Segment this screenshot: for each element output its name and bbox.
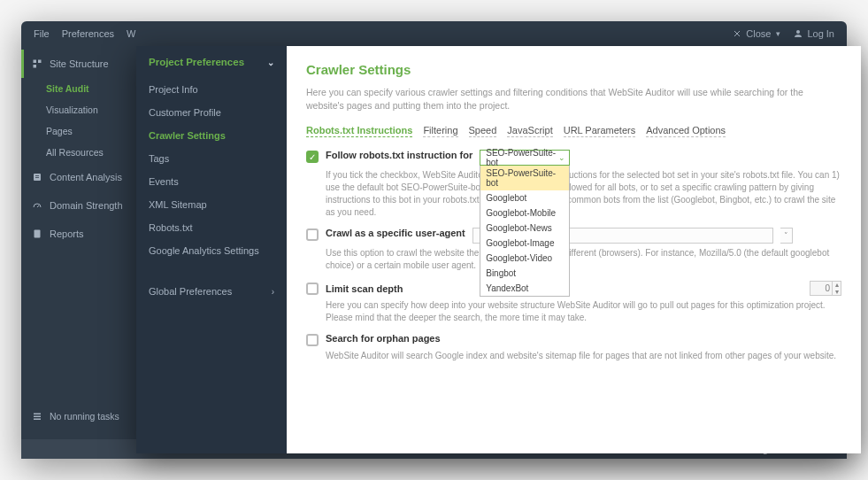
- svg-rect-4: [34, 174, 41, 181]
- menu-file[interactable]: File: [34, 28, 50, 39]
- svg-rect-3: [34, 65, 37, 68]
- tab-advanced-options[interactable]: Advanced Options: [646, 125, 726, 137]
- sidebar-content-analysis[interactable]: Content Analysis: [21, 163, 136, 191]
- useragent-dropdown-trigger[interactable]: ˅: [780, 228, 793, 244]
- sidebar-site-audit[interactable]: Site Audit: [21, 78, 136, 99]
- chevron-down-icon: ⌄: [558, 153, 565, 162]
- svg-rect-6: [34, 414, 41, 415]
- chevron-right-icon: ›: [272, 287, 274, 297]
- sidebar-domain-strength[interactable]: Domain Strength: [21, 191, 136, 220]
- follow-robots-desc: If you tick the checkbox, WebSite Audito…: [326, 169, 841, 219]
- modal-sidebar: Project Preferences ⌄ Project Info Custo…: [136, 46, 287, 453]
- preferences-modal: Project Preferences ⌄ Project Info Custo…: [136, 46, 861, 453]
- sidebar-content-analysis-label: Content Analysis: [50, 172, 122, 182]
- limit-depth-row: Limit scan depth ▴▾: [306, 281, 841, 296]
- sidebar-reports[interactable]: Reports: [21, 220, 136, 248]
- close-label: Close: [746, 28, 771, 39]
- orphan-row: Search for orphan pages: [306, 333, 841, 346]
- structure-icon: [32, 58, 42, 69]
- modal-item-tags[interactable]: Tags: [136, 147, 287, 170]
- modal-content: Crawler Settings Here you can specify va…: [287, 46, 861, 453]
- main-area: Site Structure Site Audit Visualization …: [21, 46, 847, 439]
- modal-item-events[interactable]: Events: [136, 170, 287, 193]
- reports-icon: [32, 228, 42, 239]
- sidebar-domain-strength-label: Domain Strength: [50, 200, 123, 211]
- tab-speed[interactable]: Speed: [469, 125, 497, 137]
- close-icon: [732, 28, 742, 39]
- gauge-icon: [32, 200, 42, 211]
- crawl-useragent-checkbox[interactable]: [306, 228, 319, 241]
- bot-option-googlebot[interactable]: Googlebot: [480, 190, 569, 205]
- svg-rect-1: [34, 60, 37, 64]
- sidebar-site-structure-label: Site Structure: [50, 58, 109, 69]
- orphan-label: Search for orphan pages: [326, 333, 441, 344]
- sidebar-visualization[interactable]: Visualization: [21, 99, 136, 120]
- tab-url-parameters[interactable]: URL Parameters: [564, 125, 636, 137]
- tab-robots-instructions[interactable]: Robots.txt Instructions: [306, 125, 412, 137]
- svg-rect-5: [35, 230, 41, 238]
- modal-title: Crawler Settings: [306, 62, 841, 77]
- modal-item-google-analytics[interactable]: Google Analytics Settings: [136, 239, 287, 262]
- tasks-icon: [32, 411, 42, 422]
- global-preferences[interactable]: Global Preferences ›: [136, 278, 287, 305]
- content-icon: [32, 172, 42, 182]
- bot-option-googlebot-image[interactable]: Googlebot-Image: [480, 236, 569, 251]
- limit-depth-checkbox[interactable]: [306, 283, 319, 295]
- svg-rect-7: [34, 416, 41, 418]
- sidebar-reports-label: Reports: [50, 228, 84, 239]
- tab-javascript[interactable]: JavaScript: [507, 125, 552, 137]
- bot-select-value: SEO-PowerSuite-bot: [486, 148, 558, 167]
- user-icon: [793, 28, 803, 39]
- follow-robots-checkbox[interactable]: [306, 151, 319, 163]
- modal-item-crawler-settings[interactable]: Crawler Settings: [136, 124, 287, 147]
- global-preferences-label: Global Preferences: [149, 286, 232, 297]
- limit-depth-label: Limit scan depth: [326, 283, 403, 294]
- svg-point-0: [796, 30, 800, 34]
- login-label: Log In: [807, 28, 834, 39]
- modal-item-customer-profile[interactable]: Customer Profile: [136, 101, 287, 124]
- modal-item-project-info[interactable]: Project Info: [136, 78, 287, 101]
- bot-select-wrap: SEO-PowerSuite-bot ⌄ SEO-PowerSuite-bot …: [480, 150, 570, 166]
- modal-item-xml-sitemap[interactable]: XML Sitemap: [136, 193, 287, 216]
- crawl-useragent-label: Crawl as a specific user-agent: [326, 228, 465, 238]
- follow-robots-row: Follow robots.txt instruction for SEO-Po…: [306, 150, 841, 166]
- limit-depth-input-wrap: ▴▾: [810, 281, 841, 296]
- settings-tabs: Robots.txt Instructions Filtering Speed …: [306, 125, 841, 137]
- bot-option-googlebot-news[interactable]: Googlebot-News: [480, 221, 569, 236]
- orphan-desc: WebSite Auditor will search Google index…: [326, 350, 841, 362]
- sidebar-all-resources[interactable]: All Resources: [21, 142, 136, 163]
- menu-preferences[interactable]: Preferences: [62, 28, 114, 39]
- modal-intro: Here you can specify various crawler set…: [306, 86, 841, 112]
- left-sidebar: Site Structure Site Audit Visualization …: [21, 46, 136, 439]
- bot-dropdown: SEO-PowerSuite-bot Googlebot Googlebot-M…: [480, 166, 570, 297]
- svg-rect-8: [34, 419, 41, 421]
- follow-robots-label: Follow robots.txt instruction for: [326, 150, 472, 160]
- svg-rect-2: [38, 60, 42, 64]
- app-window: File Preferences W Close ▾ Log In Site S…: [21, 21, 847, 459]
- project-preferences-header[interactable]: Project Preferences ⌄: [136, 46, 287, 78]
- bot-option-bingbot[interactable]: Bingbot: [480, 266, 569, 281]
- bot-select[interactable]: SEO-PowerSuite-bot ⌄: [480, 150, 570, 166]
- menubar: File Preferences W Close ▾ Log In: [21, 21, 847, 46]
- close-button[interactable]: Close ▾: [732, 28, 780, 39]
- sidebar-site-structure[interactable]: Site Structure: [21, 50, 136, 78]
- modal-item-robots-txt[interactable]: Robots.txt: [136, 216, 287, 239]
- sidebar-no-tasks-label: No running tasks: [50, 411, 119, 422]
- bot-option-googlebot-video[interactable]: Googlebot-Video: [480, 251, 569, 266]
- sidebar-no-tasks: No running tasks: [21, 404, 136, 429]
- menu-window[interactable]: W: [127, 28, 135, 39]
- sidebar-pages[interactable]: Pages: [21, 120, 136, 142]
- chevron-down-icon: ⌄: [267, 58, 274, 67]
- limit-depth-input[interactable]: [810, 283, 832, 293]
- project-preferences-label: Project Preferences: [149, 57, 244, 67]
- bot-option-googlebot-mobile[interactable]: Googlebot-Mobile: [480, 205, 569, 221]
- tab-filtering[interactable]: Filtering: [423, 125, 457, 137]
- limit-depth-desc: Here you can specify how deep into your …: [326, 299, 841, 324]
- bot-option-yandexbot[interactable]: YandexBot: [480, 281, 569, 296]
- bot-option-seopowersuite[interactable]: SEO-PowerSuite-bot: [480, 166, 569, 190]
- crawl-useragent-desc: Use this option to crawl the website the…: [326, 247, 841, 272]
- login-button[interactable]: Log In: [793, 28, 834, 39]
- orphan-checkbox[interactable]: [306, 334, 319, 346]
- limit-depth-spinner[interactable]: ▴▾: [832, 282, 841, 296]
- crawl-useragent-row: Crawl as a specific user-agent ˅: [306, 228, 841, 244]
